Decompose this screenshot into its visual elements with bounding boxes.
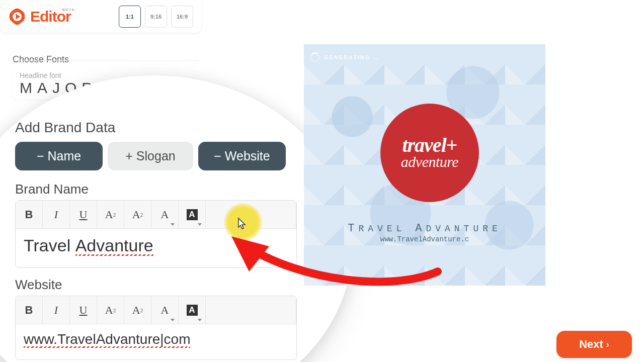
aspect-ratio-group: 1:1 9:16 16:9	[119, 6, 193, 28]
preview-canvas: GENERATING … travel+ adventure TRAVEL AD…	[304, 44, 545, 286]
app-logo: Editor BETA	[8, 8, 71, 26]
website-input[interactable]: www.TravelAdvanture|com	[16, 324, 296, 359]
brand-name-label: Brand Name	[15, 182, 297, 197]
choose-fonts-heading: Choose Fonts	[13, 54, 69, 65]
bold-button[interactable]: B	[16, 201, 43, 228]
ratio-9-16-button[interactable]: 9:16	[145, 6, 167, 28]
next-label: Next	[579, 338, 603, 351]
topbar: Editor BETA 1:1 9:16 16:9	[0, 0, 201, 33]
brand-logo-circle: travel+ adventure	[380, 104, 479, 202]
subscript-button[interactable]: A2	[124, 201, 151, 228]
highlight-color-button[interactable]: A	[179, 296, 206, 324]
highlight-color-button[interactable]: A	[179, 201, 206, 228]
website-label: Website	[15, 277, 297, 293]
spinner-icon	[310, 52, 320, 62]
toggle-slogan-button[interactable]: + Slogan	[108, 142, 193, 170]
canvas-brand-name: TRAVEL ADVANTURE	[304, 222, 545, 235]
toggle-name-button[interactable]: − Name	[15, 142, 103, 170]
font-color-button[interactable]: A	[151, 201, 179, 228]
logo-line-1: travel+	[402, 136, 457, 154]
underline-button[interactable]: U	[70, 201, 97, 228]
subscript-button[interactable]: A2	[124, 296, 151, 324]
brand-data-toggle-row: − Name + Slogan − Website	[15, 142, 297, 170]
superscript-button[interactable]: A2	[97, 201, 124, 228]
toolbar-spacer	[206, 296, 296, 324]
cursor-icon	[237, 217, 248, 231]
generating-status: GENERATING …	[310, 52, 380, 62]
chevron-right-icon: ›	[606, 339, 609, 350]
website-editor: B I U A2 A2 A A www.TravelAdvanture|com	[15, 296, 297, 360]
italic-button[interactable]: I	[43, 201, 70, 228]
underline-button[interactable]: U	[70, 296, 97, 324]
logo-line-2: adventure	[401, 154, 458, 169]
superscript-button[interactable]: A2	[97, 296, 124, 324]
font-color-button[interactable]: A	[151, 296, 179, 324]
toggle-website-button[interactable]: − Website	[198, 142, 286, 170]
logo-icon	[8, 8, 26, 26]
next-button[interactable]: Next ›	[556, 331, 632, 358]
website-toolbar: B I U A2 A2 A A	[16, 296, 296, 324]
canvas-url: www.TravelAdvanture.c	[304, 235, 545, 243]
zoom-lens-panel: Add Brand Data − Name + Slogan − Website…	[0, 75, 352, 362]
beta-badge: BETA	[62, 8, 74, 12]
italic-button[interactable]: I	[43, 296, 70, 324]
divider	[8, 60, 199, 61]
ratio-16-9-button[interactable]: 16:9	[171, 6, 193, 28]
add-brand-data-heading: Add Brand Data	[15, 120, 297, 136]
bold-button[interactable]: B	[16, 296, 43, 324]
generating-label: GENERATING …	[324, 54, 380, 60]
ratio-1-1-button[interactable]: 1:1	[119, 6, 141, 28]
